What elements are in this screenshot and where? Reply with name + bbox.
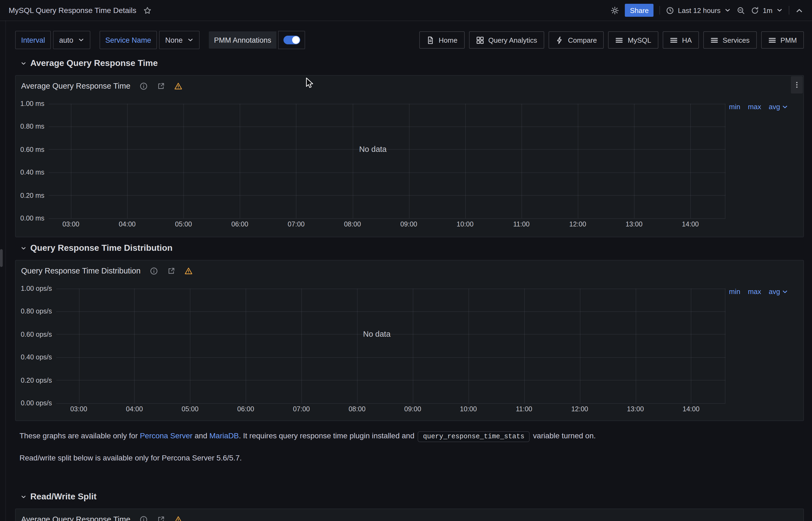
interval-select[interactable]: auto xyxy=(53,31,90,49)
y-gridline xyxy=(49,150,725,150)
x-tick-label: 14:00 xyxy=(674,221,706,228)
gear-icon[interactable] xyxy=(611,6,619,14)
x-gridline xyxy=(578,104,578,218)
panel-title[interactable]: Query Response Time Distribution xyxy=(21,267,141,275)
toggle-switch-on xyxy=(283,36,300,44)
nav-button-services[interactable]: Services xyxy=(703,31,757,49)
legend-label: avg xyxy=(769,288,780,296)
x-tick-label: 05:00 xyxy=(174,405,206,413)
external-link-icon[interactable] xyxy=(157,515,165,521)
note-text: . It requires query response time plugin… xyxy=(239,431,416,440)
refresh-icon xyxy=(751,6,759,14)
panel-query-response-time-distribution: Query Response Time Distribution minmaxa… xyxy=(15,260,804,421)
chevron-down-icon xyxy=(782,104,788,110)
info-icon[interactable] xyxy=(140,515,148,521)
y-tick-label: 0.20 ops/s xyxy=(20,376,52,385)
x-gridline xyxy=(409,104,409,218)
warning-icon[interactable] xyxy=(174,82,182,90)
panel-menu-button[interactable] xyxy=(791,76,803,93)
service-name-select[interactable]: None xyxy=(159,31,200,49)
nav-button-label: Query Analytics xyxy=(488,36,537,44)
warning-icon[interactable] xyxy=(174,515,182,521)
note-text: and xyxy=(193,431,209,440)
y-gridline xyxy=(49,127,725,127)
legend-avg[interactable]: avg xyxy=(769,103,788,111)
panel-average-query-response-time: Average Query Response Time minmaxavg 1.… xyxy=(15,75,804,237)
nav-button-label: Home xyxy=(439,36,457,44)
chart-plot[interactable]: No data xyxy=(56,289,725,403)
panel-read-write-split-avg: Average Query Response Time xyxy=(15,508,804,521)
bolt-icon xyxy=(556,36,564,44)
pmm-annotations-toggle[interactable] xyxy=(278,31,305,49)
section-header-average-query-response-time[interactable]: Average Query Response Time xyxy=(21,59,804,68)
y-gridline xyxy=(56,403,725,404)
y-gridline xyxy=(56,288,725,289)
legend-label: max xyxy=(748,103,761,111)
code-chip: query_response_time_stats xyxy=(418,431,530,442)
chevron-down-icon xyxy=(187,37,193,43)
legend-max[interactable]: max xyxy=(748,288,761,296)
nav-button-pmm[interactable]: PMM xyxy=(761,31,804,49)
refresh-picker[interactable]: 1m xyxy=(751,6,783,14)
note-text: These graphs are available only for xyxy=(20,431,140,440)
chevron-down-icon xyxy=(78,37,84,43)
chevron-down-icon xyxy=(21,60,26,66)
chart-plot[interactable]: No data xyxy=(49,104,725,218)
chevron-down-icon xyxy=(782,288,788,295)
legend-min[interactable]: min xyxy=(729,103,740,111)
x-gridline xyxy=(580,289,580,403)
x-tick-label: 09:00 xyxy=(392,221,425,228)
star-icon[interactable] xyxy=(143,6,151,14)
dashboard-title: MySQL Query Response Time Details xyxy=(9,6,136,15)
warning-icon[interactable] xyxy=(185,267,193,275)
chevron-down-icon xyxy=(21,494,26,500)
y-tick-label: 0.40 ops/s xyxy=(20,353,52,362)
nav-button-mysql[interactable]: MySQL xyxy=(608,31,658,49)
x-tick-label: 12:00 xyxy=(561,221,594,228)
note-compatibility: These graphs are available only for Perc… xyxy=(20,431,804,442)
menu-icon xyxy=(615,36,623,44)
panel-header: Query Response Time Distribution xyxy=(20,265,799,277)
legend-label: min xyxy=(729,103,740,111)
section-header-query-response-time-distribution[interactable]: Query Response Time Distribution xyxy=(21,243,804,253)
x-gridline xyxy=(240,104,240,218)
legend-max[interactable]: max xyxy=(748,103,761,111)
collapse-topbar-icon[interactable] xyxy=(795,6,803,14)
section-title: Average Query Response Time xyxy=(30,59,158,68)
external-link-icon[interactable] xyxy=(157,82,165,90)
mariadb-link[interactable]: MariaDB xyxy=(209,431,239,440)
panel-title[interactable]: Average Query Response Time xyxy=(21,515,130,521)
nav-button-home[interactable]: Home xyxy=(419,31,465,49)
info-icon[interactable] xyxy=(140,82,148,90)
menu-icon xyxy=(669,36,678,44)
x-gridline xyxy=(245,289,246,403)
x-gridline xyxy=(134,289,135,403)
x-gridline xyxy=(469,289,469,403)
nav-button-compare[interactable]: Compare xyxy=(549,31,604,49)
panel-title[interactable]: Average Query Response Time xyxy=(21,82,130,90)
share-button[interactable]: Share xyxy=(625,4,654,17)
y-gridline xyxy=(56,311,725,312)
x-gridline xyxy=(691,289,692,403)
section-header-read-write-split[interactable]: Read/Write Split xyxy=(21,492,804,501)
x-tick-label: 06:00 xyxy=(224,221,256,228)
note-read-write-split: Read/write split below is available only… xyxy=(20,453,804,463)
external-link-icon[interactable] xyxy=(167,267,175,275)
nav-button-query-analytics[interactable]: Query Analytics xyxy=(469,31,544,49)
plot-right-edge xyxy=(725,289,725,403)
legend-min[interactable]: min xyxy=(729,288,740,296)
service-name-label: Service Name xyxy=(99,31,157,49)
zoom-out-icon[interactable] xyxy=(737,6,745,14)
percona-server-link[interactable]: Percona Server xyxy=(140,431,193,440)
time-range-picker[interactable]: Last 12 hours xyxy=(666,6,731,14)
x-gridline xyxy=(521,104,522,218)
chevron-down-icon xyxy=(724,7,731,14)
x-tick-label: 10:00 xyxy=(449,221,481,228)
legend-avg[interactable]: avg xyxy=(769,288,788,296)
nav-button-ha[interactable]: HA xyxy=(662,31,699,49)
info-icon[interactable] xyxy=(150,267,158,275)
x-gridline xyxy=(352,104,353,218)
x-tick-label: 11:00 xyxy=(508,405,540,413)
scrollbar-thumb[interactable] xyxy=(0,249,3,267)
divider xyxy=(789,6,789,15)
